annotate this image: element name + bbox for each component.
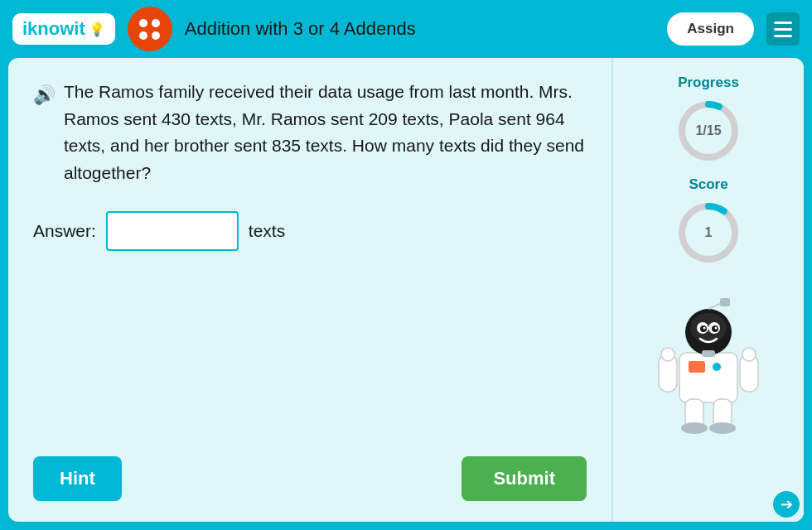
answer-row: Answer: texts bbox=[33, 211, 587, 251]
dice-dot bbox=[152, 19, 160, 27]
dice-dot bbox=[152, 31, 160, 40]
progress-text: 1/15 bbox=[695, 123, 721, 138]
score-text: 1 bbox=[705, 225, 713, 240]
menu-line bbox=[774, 28, 792, 31]
menu-button[interactable] bbox=[766, 12, 800, 46]
logo-text: iknowit bbox=[22, 18, 85, 40]
progress-circle: 1/15 bbox=[675, 98, 742, 164]
bulb-icon: 💡 bbox=[89, 22, 105, 37]
svg-line-11 bbox=[708, 303, 722, 309]
answer-input[interactable] bbox=[106, 211, 239, 251]
svg-point-18 bbox=[709, 422, 736, 434]
bottom-buttons: Hint Submit bbox=[33, 456, 587, 501]
answer-unit: texts bbox=[249, 221, 285, 241]
dice-dot bbox=[139, 31, 147, 40]
svg-point-2 bbox=[713, 363, 721, 371]
svg-rect-0 bbox=[679, 353, 737, 402]
assign-button[interactable]: Assign bbox=[667, 12, 754, 46]
left-panel: 🔊 The Ramos family received their data u… bbox=[8, 58, 613, 522]
logo: iknowit 💡 bbox=[12, 13, 115, 45]
progress-section: Progress 1/15 bbox=[675, 75, 742, 164]
submit-button[interactable]: Submit bbox=[462, 456, 587, 501]
svg-rect-12 bbox=[720, 298, 730, 306]
svg-point-21 bbox=[742, 348, 756, 361]
lesson-title: Addition with 3 or 4 Addends bbox=[185, 18, 655, 40]
score-label: Score bbox=[689, 176, 727, 193]
answer-label: Answer: bbox=[33, 221, 96, 241]
dice-dots bbox=[134, 14, 165, 45]
menu-line bbox=[774, 35, 792, 37]
svg-point-9 bbox=[703, 327, 706, 330]
score-section: Score 1 bbox=[675, 176, 742, 266]
svg-point-20 bbox=[661, 348, 674, 361]
question-body: The Ramos family received their data usa… bbox=[64, 79, 587, 186]
svg-rect-1 bbox=[689, 361, 705, 373]
question-text: 🔊 The Ramos family received their data u… bbox=[33, 79, 587, 186]
dice-icon bbox=[128, 7, 172, 51]
svg-point-17 bbox=[681, 422, 708, 434]
hint-button[interactable]: Hint bbox=[33, 456, 122, 501]
robot-container bbox=[642, 287, 775, 436]
dice-dot bbox=[139, 19, 147, 27]
progress-label: Progress bbox=[678, 75, 739, 91]
svg-rect-19 bbox=[702, 350, 715, 357]
menu-line bbox=[774, 22, 792, 24]
main-content: 🔊 The Ramos family received their data u… bbox=[8, 58, 804, 522]
nav-arrow[interactable]: ➔ bbox=[773, 491, 800, 518]
svg-point-10 bbox=[715, 327, 718, 330]
speaker-icon[interactable]: 🔊 bbox=[33, 81, 56, 186]
right-panel: Progress 1/15 Score 1 bbox=[613, 58, 804, 522]
header: iknowit 💡 Addition with 3 or 4 Addends A… bbox=[0, 0, 812, 58]
score-circle: 1 bbox=[675, 200, 742, 266]
robot-svg bbox=[642, 287, 775, 436]
